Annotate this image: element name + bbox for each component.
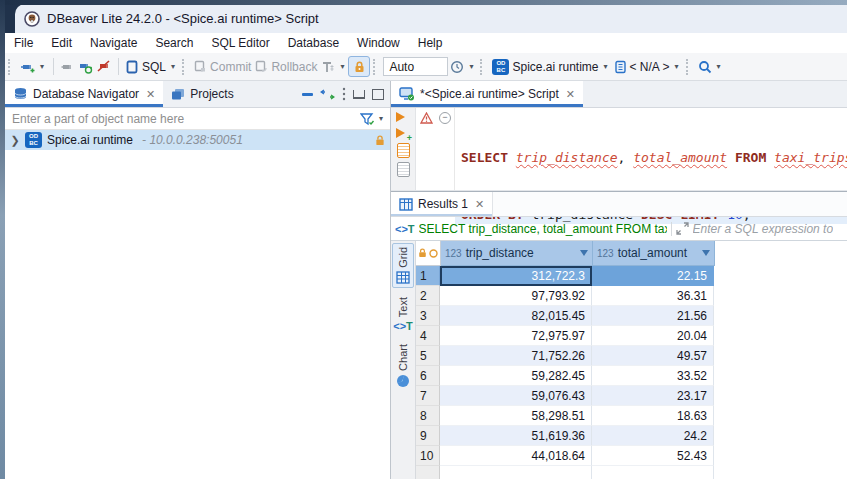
link-with-editor-icon[interactable] xyxy=(320,89,335,100)
table-row[interactable]: 2 97,793.92 36.31 xyxy=(416,286,847,306)
table-row[interactable]: 7 59,076.43 23.17 xyxy=(416,386,847,406)
cell-trip-distance[interactable]: 44,018.64 xyxy=(440,446,592,466)
sql-editor-button[interactable]: SQL ▾ xyxy=(124,58,179,76)
cell-trip-distance[interactable]: 71,752.26 xyxy=(440,346,592,366)
menu-search[interactable]: Search xyxy=(146,34,202,52)
connection-lock-toggle[interactable] xyxy=(348,56,370,77)
tree-item-connection[interactable]: ❯ ODBC Spice.ai runtime - 10.0.0.238:500… xyxy=(5,130,390,150)
table-row[interactable]: 9 51,619.36 24.2 xyxy=(416,426,847,446)
maximize-view-icon[interactable] xyxy=(372,89,384,100)
row-number[interactable]: 3 xyxy=(416,306,440,326)
connection-selector[interactable]: ODBC Spice.ai runtime ▾ xyxy=(490,57,611,77)
minimize-view-icon[interactable] xyxy=(353,90,365,99)
tab-results-1[interactable]: Results 1 ✕ xyxy=(391,192,493,216)
object-filter-input[interactable] xyxy=(10,111,360,127)
cell-trip-distance[interactable]: 51,619.36 xyxy=(440,426,592,446)
execute-statement-button[interactable] xyxy=(396,111,410,123)
title-bar[interactable]: DBeaver Lite 24.2.0 - <Spice.ai runtime>… xyxy=(15,4,847,33)
filter-funnel-icon[interactable] xyxy=(360,112,377,126)
rollback-button[interactable]: Rollback xyxy=(253,58,319,76)
row-number[interactable]: 7 xyxy=(416,386,440,406)
close-icon[interactable]: ✕ xyxy=(566,88,575,101)
search-button[interactable]: ▾ xyxy=(696,58,725,76)
grid-corner-cell[interactable] xyxy=(416,241,441,266)
table-row[interactable]: 4 72,975.97 20.04 xyxy=(416,326,847,346)
tab-text[interactable]: Text <>T xyxy=(392,294,414,335)
toolbar-grip[interactable] xyxy=(182,59,187,75)
toolbar-grip[interactable] xyxy=(686,59,691,75)
tree-expander-icon[interactable]: ❯ xyxy=(10,134,20,147)
fold-collapse-icon[interactable]: − xyxy=(439,112,451,124)
toolbar-grip[interactable] xyxy=(373,59,378,75)
close-icon[interactable]: ✕ xyxy=(475,198,484,211)
row-number[interactable]: 1 xyxy=(416,266,440,286)
cell-trip-distance[interactable]: 72,975.97 xyxy=(440,326,592,346)
disconnect-button[interactable] xyxy=(95,58,113,75)
cell-trip-distance[interactable]: 59,282.45 xyxy=(440,366,592,386)
menu-navigate[interactable]: Navigate xyxy=(81,34,146,52)
table-row[interactable]: 1 312,722.3 22.15 xyxy=(416,266,847,286)
row-number[interactable]: 4 xyxy=(416,326,440,346)
toolbar-grip[interactable] xyxy=(8,59,13,75)
menu-file[interactable]: File xyxy=(5,34,42,52)
cell-trip-distance[interactable]: 82,015.45 xyxy=(440,306,592,326)
cell-trip-distance[interactable]: 59,076.43 xyxy=(440,386,592,406)
cell-trip-distance[interactable]: 312,722.3 xyxy=(440,266,592,286)
cell-total-amount[interactable]: 33.52 xyxy=(592,366,714,386)
cell-total-amount[interactable]: 22.15 xyxy=(592,266,714,286)
cell-total-amount[interactable]: 52.43 xyxy=(592,446,714,466)
commit-button[interactable]: Commit xyxy=(192,58,253,76)
menu-database[interactable]: Database xyxy=(279,34,348,52)
cell-total-amount[interactable]: 20.04 xyxy=(592,326,714,346)
menu-window[interactable]: Window xyxy=(348,34,409,52)
sort-desc-icon[interactable] xyxy=(580,250,588,256)
table-row[interactable]: 6 59,282.45 33.52 xyxy=(416,366,847,386)
sql-code[interactable]: SELECT trip_distance, total_amount FROM … xyxy=(455,108,847,190)
script-log-icon[interactable] xyxy=(397,162,410,177)
column-header-trip-distance[interactable]: 123 trip_distance xyxy=(441,241,593,266)
schema-selector[interactable]: < N/A > ▾ xyxy=(612,58,683,76)
close-icon[interactable]: ✕ xyxy=(146,88,155,101)
explain-plan-icon[interactable] xyxy=(397,143,410,158)
results-filter-bar[interactable]: <>T SELECT trip_distance, total_amount F… xyxy=(391,217,847,241)
collapse-all-icon[interactable] xyxy=(302,93,313,96)
table-row[interactable]: 8 58,298.51 18.63 xyxy=(416,406,847,426)
expand-filter-icon[interactable] xyxy=(676,222,689,235)
row-number[interactable]: 6 xyxy=(416,366,440,386)
table-row[interactable]: 10 44,018.64 52.43 xyxy=(416,446,847,466)
table-row[interactable]: 5 71,752.26 49.57 xyxy=(416,346,847,366)
menu-sql-editor[interactable]: SQL Editor xyxy=(202,34,278,52)
reconnect-button[interactable] xyxy=(76,58,95,76)
cell-trip-distance[interactable]: 58,298.51 xyxy=(440,406,592,426)
menu-help[interactable]: Help xyxy=(409,34,452,52)
cell-total-amount[interactable]: 49.57 xyxy=(592,346,714,366)
row-number[interactable]: 10 xyxy=(416,446,440,466)
chevron-down-icon[interactable]: ▾ xyxy=(379,114,383,123)
connect-button[interactable] xyxy=(59,58,76,75)
row-number[interactable]: 5 xyxy=(416,346,440,366)
tab-projects[interactable]: Projects xyxy=(163,81,241,107)
view-menu-icon[interactable] xyxy=(342,87,346,101)
navigator-tree-area[interactable] xyxy=(5,150,390,479)
transaction-auto-combo[interactable]: Auto xyxy=(383,57,448,76)
execute-script-button[interactable]: + xyxy=(396,127,410,139)
tab-chart[interactable]: Chart xyxy=(392,341,414,391)
menu-edit[interactable]: Edit xyxy=(42,34,81,52)
transaction-mode-button[interactable]: ▾ xyxy=(319,58,348,76)
new-connection-button[interactable]: ▾ xyxy=(18,58,48,76)
cell-trip-distance[interactable]: 97,793.92 xyxy=(440,286,592,306)
row-number[interactable]: 9 xyxy=(416,426,440,446)
sort-desc-icon[interactable] xyxy=(702,250,710,256)
row-number[interactable]: 2 xyxy=(416,286,440,306)
cell-total-amount[interactable]: 36.31 xyxy=(592,286,714,306)
cell-total-amount[interactable]: 18.63 xyxy=(592,406,714,426)
column-header-total-amount[interactable]: 123 total_amount xyxy=(593,241,715,266)
toolbar-grip[interactable] xyxy=(480,59,485,75)
table-row[interactable]: 3 82,015.45 21.56 xyxy=(416,306,847,326)
tab-database-navigator[interactable]: Database Navigator ✕ xyxy=(5,81,163,107)
tab-grid[interactable]: Grid xyxy=(392,243,414,288)
tab-sql-script[interactable]: *<Spice.ai runtime> Script ✕ xyxy=(391,81,583,107)
cell-total-amount[interactable]: 24.2 xyxy=(592,426,714,446)
row-number[interactable]: 8 xyxy=(416,406,440,426)
cell-total-amount[interactable]: 23.17 xyxy=(592,386,714,406)
